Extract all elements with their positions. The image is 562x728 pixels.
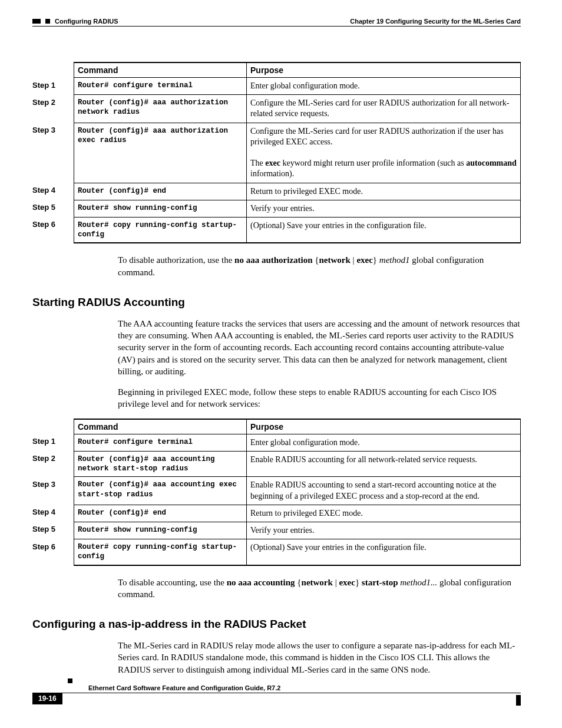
purpose-cell: Return to privileged EXEC mode. [247,505,521,522]
step-label: Step 3 [32,477,74,505]
command-cell: Router# show running-config [74,200,247,217]
command-cell: Router# copy running-config startup-conf… [74,539,247,565]
command-cell: Router# configure terminal [74,434,247,451]
command-cell: Router (config)# aaa accounting exec sta… [74,477,247,505]
page-number: 19-16 [32,693,62,704]
table-row: Step 2Router (config)# aaa accounting ne… [32,451,521,477]
col-header-purpose: Purpose [247,419,521,434]
command-cell: Router# configure terminal [74,78,247,95]
header-mark-icon [45,19,50,24]
disable-authorization-note: To disable authorization, use the no aaa… [118,254,521,278]
command-cell: Router (config)# end [74,505,247,522]
col-header-purpose: Purpose [247,62,521,78]
purpose-cell: Verify your entries. [247,200,521,217]
step-label: Step 1 [32,434,74,451]
page-footer: Ethernet Card Software Feature and Confi… [32,678,521,704]
accounting-description: The AAA accounting feature tracks the se… [118,318,521,377]
command-cell: Router# show running-config [74,522,247,539]
header-section: Configuring RADIUS [55,18,118,25]
accounting-steps-table: Command Purpose Step 1Router# configure … [32,419,521,566]
table-row: Step 3Router (config)# aaa authorization… [32,123,521,183]
command-cell: Router# copy running-config startup-conf… [74,217,247,243]
disable-accounting-note: To disable accounting, use the no aaa ac… [118,577,521,601]
purpose-cell: Enter global configuration mode. [247,434,521,451]
command-cell: Router (config)# aaa authorization netwo… [74,95,247,123]
purpose-cell: Enable RADIUS accounting for all network… [247,451,521,477]
purpose-cell: Configure the ML-Series card for user RA… [247,95,521,123]
table-row: Step 4Router (config)# endReturn to priv… [32,505,521,522]
page: Configuring RADIUS Chapter 19 Configurin… [0,0,562,728]
table-row: Step 1Router# configure terminalEnter gl… [32,78,521,95]
footer-right-mark-icon [516,695,521,706]
purpose-cell: Enter global configuration mode. [247,78,521,95]
step-label: Step 5 [32,522,74,539]
step-label: Step 6 [32,539,74,565]
purpose-cell: Return to privileged EXEC mode. [247,183,521,200]
table-row: Step 5Router# show running-configVerify … [32,200,521,217]
command-cell: Router (config)# end [74,183,247,200]
step-label: Step 1 [32,78,74,95]
step-label: Step 5 [32,200,74,217]
command-cell: Router (config)# aaa accounting network … [74,451,247,477]
footer-mark-icon [68,678,72,683]
running-header: Configuring RADIUS Chapter 19 Configurin… [32,18,521,25]
purpose-cell: (Optional) Save your entries in the conf… [247,217,521,243]
accounting-intro: Beginning in privileged EXEC mode, follo… [118,386,521,410]
step-label: Step 2 [32,95,74,123]
nas-ip-description: The ML-Series card in RADIUS relay mode … [118,640,521,676]
step-label: Step 3 [32,123,74,183]
authorization-steps-table: Command Purpose Step 1Router# configure … [32,62,521,243]
step-label: Step 4 [32,183,74,200]
col-header-command: Command [74,62,247,78]
command-cell: Router (config)# aaa authorization exec … [74,123,247,183]
purpose-cell: Configure the ML-Series card for user RA… [247,123,521,183]
footer-title: Ethernet Card Software Feature and Confi… [32,684,521,693]
table-row: Step 5Router# show running-configVerify … [32,522,521,539]
purpose-cell: Verify your entries. [247,522,521,539]
header-rule [32,26,521,27]
purpose-cell: (Optional) Save your entries in the conf… [247,539,521,565]
col-header-command: Command [74,419,247,434]
table-row: Step 3Router (config)# aaa accounting ex… [32,477,521,505]
heading-starting-radius-accounting: Starting RADIUS Accounting [32,296,521,309]
table-row: Step 6Router# copy running-config startu… [32,539,521,565]
step-label: Step 6 [32,217,74,243]
main-content: Command Purpose Step 1Router# configure … [32,62,521,676]
table-row: Step 6Router# copy running-config startu… [32,217,521,243]
table-row: Step 1Router# configure terminalEnter gl… [32,434,521,451]
heading-nas-ip-address: Configuring a nas-ip-address in the RADI… [32,618,521,631]
header-chapter: Chapter 19 Configuring Security for the … [350,18,521,25]
header-mark-icon [32,19,41,24]
step-label: Step 2 [32,451,74,477]
step-label: Step 4 [32,505,74,522]
purpose-cell: Enable RADIUS accounting to send a start… [247,477,521,505]
table-row: Step 2Router (config)# aaa authorization… [32,95,521,123]
table-row: Step 4Router (config)# endReturn to priv… [32,183,521,200]
